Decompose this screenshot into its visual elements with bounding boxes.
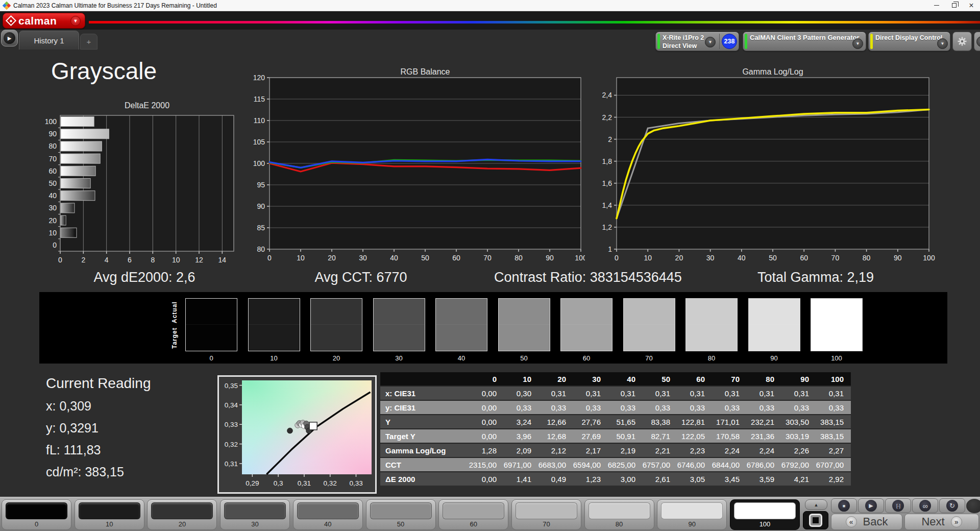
table-cell: 1,28 (467, 444, 502, 457)
minimize-button[interactable] (928, 0, 945, 11)
pattern-level-button-70[interactable]: 70 (511, 499, 581, 530)
y-tick-label: 1,4 (602, 201, 612, 209)
table-cell: 27,76 (571, 415, 606, 428)
meter-label: X-Rite i1Pro 2Direct View (663, 34, 704, 50)
table-cell: 2,12 (536, 444, 571, 457)
continuous-button[interactable]: ∞ (912, 498, 938, 513)
deltae-bar-chart: DeltaE 200002468101214010203040506070809… (41, 100, 242, 270)
table-cell: 3,45 (710, 472, 745, 486)
table-cell: 6825,00 (606, 458, 641, 471)
chevron-down-icon[interactable]: ▼ (937, 38, 948, 49)
display-control-dropdown[interactable]: Direct Display Control ▼ (868, 32, 950, 51)
window-level-button[interactable] (803, 511, 828, 529)
table-cell: 0,49 (536, 472, 571, 486)
workflow-nav-button[interactable]: ▶ (1, 30, 18, 46)
pattern-level-button-100[interactable]: 100 (730, 499, 800, 530)
x-tick-label: 30 (706, 254, 715, 262)
pattern-level-button-80[interactable]: 80 (584, 499, 654, 530)
deltae-bar-10 (61, 228, 77, 237)
table-cell: 170,58 (710, 429, 745, 443)
pattern-level-button-60[interactable]: 60 (438, 499, 508, 530)
spectrum-strip (89, 21, 980, 23)
window-level-icon (809, 514, 822, 527)
table-cell: 3,96 (502, 429, 536, 443)
collapse-toolbar-button[interactable]: ◀ (974, 32, 980, 51)
pattern-level-label: 80 (585, 520, 654, 528)
table-cell: 50,91 (606, 429, 641, 443)
swatch-patch-90 (748, 298, 800, 351)
y-tick-label: 115 (254, 95, 265, 103)
table-cell: 0,33 (814, 401, 849, 414)
chevron-down-icon[interactable]: ▼ (70, 16, 81, 26)
pattern-level-label: 30 (220, 520, 289, 528)
table-cell: 3,24 (502, 415, 536, 428)
x-tick-label: 40 (738, 254, 746, 262)
add-tab-button[interactable]: + (80, 34, 97, 50)
gamma-chart: Gamma Log/Log11,21,41,61,822,22,40102030… (586, 66, 943, 267)
swatch-patch-80 (685, 298, 738, 351)
y-tick-label: 1,6 (602, 179, 612, 187)
settings-button[interactable] (952, 32, 972, 51)
pattern-level-button-50[interactable]: 50 (366, 499, 436, 530)
table-cell: 2,61 (641, 472, 675, 486)
meter-dropdown[interactable]: X-Rite i1Pro 2Direct View ▼ 238 (655, 32, 739, 51)
pattern-generator-dropdown[interactable]: CalMAN Client 3 Pattern Generator ▼ (743, 32, 866, 51)
table-row-label: CCT (380, 458, 467, 471)
y-tick-label: 105 (253, 138, 265, 146)
table-cell: 83,38 (641, 415, 675, 428)
tab-history-1[interactable]: History 1 (19, 31, 79, 50)
x-tick-label: 70 (831, 254, 840, 262)
x-tick-label: 20 (328, 254, 336, 262)
close-button[interactable]: × (963, 0, 980, 11)
pattern-level-button-90[interactable]: 90 (657, 499, 727, 530)
y-tick-label: 2 (608, 135, 612, 143)
table-cell: 122,05 (675, 429, 710, 443)
pattern-level-button-0[interactable]: 0 (2, 499, 71, 530)
pattern-level-button-10[interactable]: 10 (75, 499, 144, 530)
table-cell: 12,66 (536, 415, 571, 428)
display-control-status-indicator (870, 34, 873, 49)
table-cell: 0,00 (467, 429, 502, 443)
table-cell: 303,19 (779, 429, 814, 443)
continuous-icon: ∞ (919, 500, 931, 512)
y-tick-label: 110 (254, 116, 265, 125)
pattern-level-button-30[interactable]: 30 (220, 499, 290, 530)
pattern-generator-status-indicator (745, 34, 747, 49)
collapse-pattern-bar-button[interactable]: ▲ (805, 499, 827, 510)
back-button[interactable]: « Back (831, 514, 902, 530)
deltae-bar-70 (61, 154, 100, 163)
table-cell: 3,59 (745, 472, 779, 486)
next-button[interactable]: Next » (904, 514, 979, 530)
stop-button[interactable]: ■ (831, 498, 857, 513)
table-cell: 0,33 (641, 401, 675, 414)
refresh-button[interactable]: ↻ (939, 498, 965, 513)
table-cell: 0,33 (536, 401, 571, 414)
table-cell: 2315,00 (467, 458, 502, 471)
pattern-level-label: 20 (148, 520, 216, 528)
meter-count-badge[interactable]: 238 (722, 34, 737, 49)
y-tick-label: 10 (48, 229, 57, 237)
chart-title: Gamma Log/Log (742, 67, 803, 76)
chevron-down-icon[interactable]: ▼ (852, 38, 863, 49)
header-bar: calman ▼ (0, 11, 980, 30)
y-tick-label: 60 (48, 167, 57, 175)
restore-button[interactable] (945, 0, 963, 11)
table-cell: 4,21 (779, 472, 814, 486)
play-button[interactable]: ▶ (858, 498, 884, 513)
rgb-balance-chart: RGB Balance80859095100105110115120010203… (240, 66, 585, 267)
pattern-swatch (661, 502, 723, 519)
pattern-level-button-40[interactable]: 40 (293, 499, 363, 530)
table-cell: 6594,00 (571, 458, 606, 471)
step-button[interactable]: [··] (885, 498, 911, 513)
window-title: Calman 2023 Calman Ultimate for Business… (13, 2, 217, 9)
current-reading-y: y: 0,3291 (46, 421, 99, 436)
calman-menu-button[interactable]: calman ▼ (3, 13, 85, 29)
pattern-swatch (224, 502, 286, 519)
swatch-patch-60 (560, 298, 612, 351)
pattern-level-button-20[interactable]: 20 (147, 499, 217, 530)
chevron-right-icon: » (951, 516, 962, 527)
chevron-down-icon[interactable]: ▼ (705, 37, 716, 47)
swatch-level-label: 60 (560, 354, 612, 362)
stop-icon: ■ (838, 500, 850, 512)
target-point-marker (309, 422, 317, 430)
